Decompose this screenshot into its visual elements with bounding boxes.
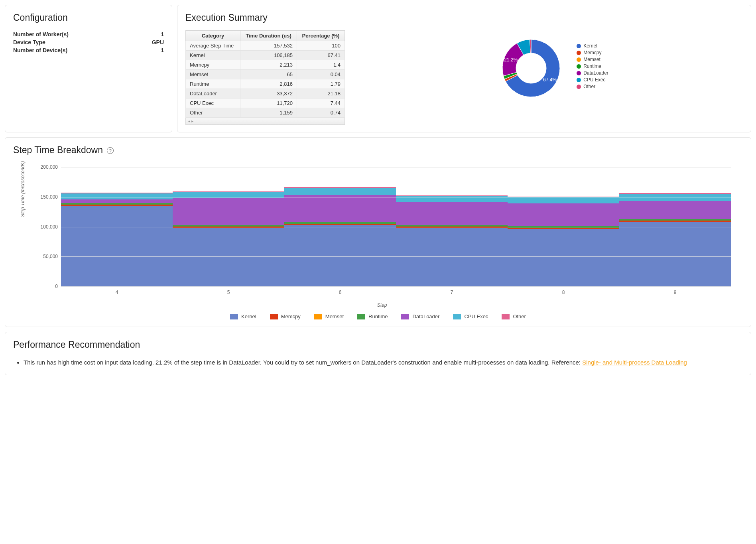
- help-icon[interactable]: ?: [107, 147, 114, 154]
- legend-swatch: [577, 71, 581, 75]
- bar-segment-kernel[interactable]: [396, 228, 508, 287]
- legend-label: DataLoader: [583, 70, 608, 76]
- step-breakdown-title: Step Time Breakdown ?: [13, 145, 743, 156]
- legend-swatch: [577, 78, 581, 82]
- x-axis-label: Step: [377, 302, 387, 308]
- grid-line: [61, 256, 731, 257]
- bar-segment-cpu-exec[interactable]: [619, 194, 731, 201]
- bar-segment-kernel[interactable]: [508, 229, 619, 286]
- grid-line: [61, 286, 731, 287]
- cell-duration: 33,372: [240, 89, 297, 99]
- cell-percentage: 0.04: [297, 70, 345, 79]
- legend-label: CPU Exec: [583, 77, 605, 83]
- cell-duration: 1,159: [240, 108, 297, 118]
- legend-swatch: [357, 314, 365, 319]
- legend-label: Runtime: [583, 63, 601, 69]
- legend-item[interactable]: Other: [502, 313, 526, 319]
- legend-item[interactable]: Kernel: [230, 313, 256, 319]
- config-row: Number of Device(s)1: [13, 46, 164, 54]
- execution-summary-title: Execution Summary: [185, 12, 743, 23]
- bar-segment-cpu-exec[interactable]: [61, 193, 173, 199]
- recommendation-text: This run has high time cost on input dat…: [24, 359, 582, 366]
- bar-segment-dataloader[interactable]: [396, 202, 508, 225]
- legend-item[interactable]: Runtime: [357, 313, 388, 319]
- y-tick-label: 150,000: [41, 194, 58, 200]
- legend-item[interactable]: CPU Exec: [453, 313, 488, 319]
- legend-item[interactable]: Memcpy: [577, 50, 608, 55]
- bar-segment-cpu-exec[interactable]: [284, 188, 396, 195]
- table-header: Time Duration (us): [240, 31, 297, 41]
- step-breakdown-card: Step Time Breakdown ? Step Time (microse…: [5, 137, 751, 327]
- y-tick-label: 200,000: [41, 164, 58, 170]
- legend-swatch: [401, 314, 409, 319]
- config-row: Number of Worker(s)1: [13, 30, 164, 38]
- bar-segment-kernel[interactable]: [619, 222, 731, 286]
- legend-swatch: [577, 64, 581, 69]
- legend-swatch: [577, 44, 581, 48]
- bar-segment-kernel[interactable]: [61, 206, 173, 286]
- legend-item[interactable]: Memset: [577, 57, 608, 62]
- legend-swatch: [230, 314, 238, 319]
- execution-summary-card: Execution Summary CategoryTime Duration …: [177, 5, 751, 132]
- bar-segment-kernel[interactable]: [284, 225, 396, 286]
- table-row: Runtime2,8161.79: [186, 79, 345, 89]
- configuration-title: Configuration: [13, 12, 164, 23]
- legend-label: Kernel: [583, 43, 597, 49]
- x-tick-label: 6: [339, 290, 342, 295]
- cell-category: Memcpy: [186, 60, 240, 70]
- x-tick-label: 8: [562, 290, 565, 295]
- table-row: Other1,1590.74: [186, 108, 345, 118]
- legend-label: DataLoader: [412, 313, 439, 319]
- bar-segment-cpu-exec[interactable]: [508, 197, 619, 203]
- cell-percentage: 100: [297, 41, 345, 51]
- recommendation-card: Performance Recommendation This run has …: [5, 332, 751, 375]
- legend-item[interactable]: Memset: [314, 313, 344, 319]
- cell-category: Runtime: [186, 79, 240, 89]
- execution-table: CategoryTime Duration (us)Percentage (%)…: [185, 30, 345, 118]
- legend-item[interactable]: DataLoader: [577, 70, 608, 76]
- legend-swatch: [577, 57, 581, 62]
- bar-segment-dataloader[interactable]: [173, 198, 284, 225]
- legend-item[interactable]: Memcpy: [270, 313, 301, 319]
- table-row: Average Step Time157,532100: [186, 41, 345, 51]
- cell-category: DataLoader: [186, 89, 240, 99]
- config-value: GPU: [152, 39, 164, 45]
- cell-percentage: 0.74: [297, 108, 345, 118]
- bar-segment-dataloader[interactable]: [284, 195, 396, 222]
- legend-label: Memset: [325, 313, 344, 319]
- donut-svg: 67.4%21.2%: [487, 30, 571, 102]
- y-tick-label: 50,000: [43, 254, 58, 259]
- legend-item[interactable]: CPU Exec: [577, 77, 608, 83]
- cell-percentage: 1.4: [297, 60, 345, 70]
- legend-label: Memset: [583, 57, 600, 62]
- legend-label: Memcpy: [583, 50, 601, 55]
- cell-duration: 106,185: [240, 51, 297, 60]
- cell-duration: 11,720: [240, 99, 297, 108]
- cell-percentage: 7.44: [297, 99, 345, 108]
- configuration-rows: Number of Worker(s)1Device TypeGPUNumber…: [13, 30, 164, 54]
- donut-label: 21.2%: [504, 57, 518, 63]
- cell-duration: 65: [240, 70, 297, 79]
- legend-item[interactable]: Runtime: [577, 63, 608, 69]
- table-row: Memcpy2,2131.4: [186, 60, 345, 70]
- bar-segment-dataloader[interactable]: [61, 199, 173, 203]
- legend-swatch: [502, 314, 510, 319]
- legend-item[interactable]: DataLoader: [401, 313, 439, 319]
- cell-percentage: 21.18: [297, 89, 345, 99]
- cell-category: Memset: [186, 70, 240, 79]
- recommendation-item: This run has high time cost on input dat…: [24, 357, 743, 368]
- bar-segment-dataloader[interactable]: [508, 203, 619, 226]
- legend-label: Runtime: [368, 313, 388, 319]
- recommendation-title: Performance Recommendation: [13, 339, 743, 350]
- legend-item[interactable]: Kernel: [577, 43, 608, 49]
- bar-segment-kernel[interactable]: [173, 228, 284, 287]
- cell-duration: 157,532: [240, 41, 297, 51]
- config-value: 1: [161, 47, 164, 53]
- legend-item[interactable]: Other: [577, 84, 608, 89]
- cell-category: Other: [186, 108, 240, 118]
- table-pagination[interactable]: ◂ ▸: [185, 118, 345, 125]
- cell-percentage: 1.79: [297, 79, 345, 89]
- recommendation-link[interactable]: Single- and Multi-process Data Loading: [582, 359, 687, 366]
- bar-segment-dataloader[interactable]: [619, 201, 731, 219]
- legend-swatch: [314, 314, 322, 319]
